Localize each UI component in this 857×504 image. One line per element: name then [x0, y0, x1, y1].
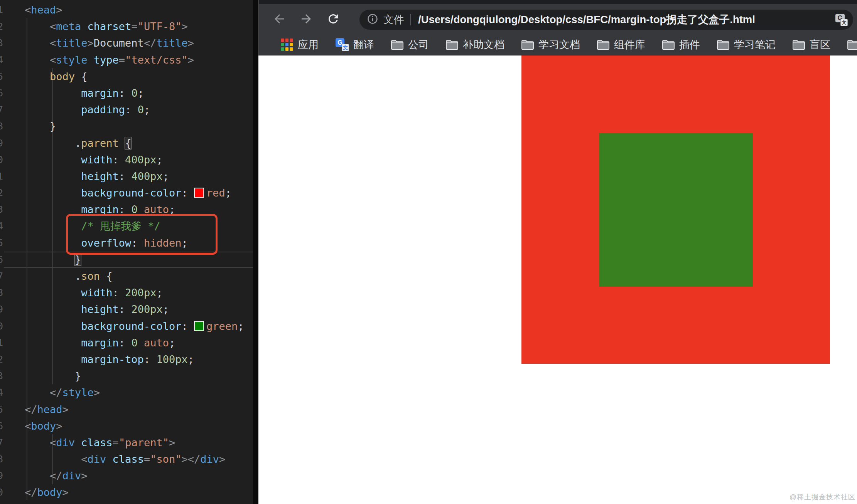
- bookmark-item-10[interactable]: 官网: [847, 38, 857, 52]
- code-line: <title>Document</title>: [25, 35, 244, 51]
- code-token: >: [88, 37, 94, 49]
- code-token: title: [156, 37, 187, 49]
- code-line: <style type="text/css">: [25, 52, 244, 68]
- bookmark-item-2[interactable]: G文翻译: [336, 38, 374, 52]
- code-token: style: [62, 386, 94, 398]
- code-editor[interactable]: 1234567891011121314151617181920212223242…: [0, 0, 253, 504]
- code-token: [25, 353, 81, 365]
- watermark: @稀土掘金技术社区: [790, 492, 855, 502]
- code-line: height: 200px;: [25, 301, 244, 318]
- gutter-line-number: 23: [0, 368, 3, 384]
- bookmark-label: 翻译: [353, 38, 374, 52]
- folder-icon: [662, 40, 675, 50]
- code-token: [25, 87, 81, 99]
- code-token: style: [56, 54, 87, 66]
- bookmark-item-1[interactable]: 应用: [281, 38, 319, 52]
- code-token: 0: [131, 337, 137, 349]
- back-button[interactable]: [271, 11, 288, 28]
- code-token: =: [144, 453, 150, 465]
- code-line: width: 400px;: [25, 151, 244, 168]
- window-divider: [253, 0, 258, 504]
- code-token: auto: [138, 337, 169, 349]
- bookmark-item-4[interactable]: 补助文档: [446, 38, 504, 52]
- code-token: <: [25, 4, 31, 16]
- bookmark-item-6[interactable]: 组件库: [597, 38, 645, 52]
- code-token: title: [56, 37, 87, 49]
- code-token: <: [25, 54, 56, 66]
- code-token: height: [81, 170, 119, 182]
- bookmark-item-9[interactable]: 盲区: [793, 38, 830, 52]
- code-token: </: [25, 386, 62, 398]
- code-token: ;: [138, 87, 144, 99]
- code-token: body: [37, 486, 62, 498]
- bookmark-item-8[interactable]: 学习笔记: [717, 38, 776, 52]
- code-token: green: [206, 320, 238, 332]
- gutter-line-number: 9: [0, 135, 3, 151]
- browser-window: 文件 /Users/dongqiulong/Desktop/css/BFC/ma…: [258, 0, 857, 504]
- forward-button[interactable]: [298, 11, 315, 28]
- bookmark-label: 学习文档: [538, 38, 580, 52]
- code-line: margin: 0;: [25, 85, 244, 101]
- code-token: .: [25, 270, 81, 282]
- code-token: [25, 170, 81, 182]
- code-token: :: [119, 170, 132, 182]
- translate-page-icon[interactable]: G 文: [835, 13, 848, 26]
- code-token: 0: [138, 104, 144, 116]
- info-icon[interactable]: [366, 13, 379, 27]
- code-token: 100px: [156, 353, 187, 365]
- address-bar[interactable]: 文件 /Users/dongqiulong/Desktop/css/BFC/ma…: [359, 10, 853, 30]
- code-token: ;: [238, 320, 244, 332]
- address-scheme-label: 文件: [383, 13, 404, 27]
- folder-icon: [521, 40, 534, 50]
- gutter-line-number: 14: [0, 218, 3, 234]
- bookmark-item-3[interactable]: 公司: [391, 38, 429, 52]
- code-token: :: [119, 303, 132, 315]
- code-token: >: [219, 453, 225, 465]
- gutter-line-number: 27: [0, 434, 3, 451]
- code-token: }: [25, 370, 81, 382]
- rendered-page: @稀土掘金技术社区: [258, 55, 857, 503]
- gutter-line-number: 18: [0, 284, 3, 301]
- reload-button[interactable]: [325, 11, 342, 28]
- color-swatch-icon: [194, 321, 204, 331]
- code-line: <div class="parent">: [25, 434, 244, 451]
- code-token: div: [62, 470, 81, 482]
- code-token: =: [119, 54, 125, 66]
- code-token: background-color: [81, 187, 181, 199]
- code-token: :: [113, 154, 125, 166]
- bookmark-item-5[interactable]: 学习文档: [521, 38, 580, 52]
- code-token: ;: [156, 154, 162, 166]
- code-line: <body>: [25, 418, 244, 434]
- gutter-line-number: 11: [0, 168, 3, 185]
- code-token: [88, 54, 94, 66]
- code-line: }: [25, 118, 244, 134]
- gutter-line-number: 2: [0, 18, 3, 35]
- folder-icon: [446, 40, 458, 50]
- code-token: :: [119, 337, 132, 349]
- code-line: margin: 0 auto;: [25, 334, 244, 351]
- code-token: </: [25, 470, 62, 482]
- code-line: <div class="son"></div>: [25, 451, 244, 467]
- browser-top-strip: [258, 0, 857, 4]
- gutter-line-number: 16: [0, 251, 3, 268]
- code-token: 400px: [131, 170, 162, 182]
- bookmark-item-7[interactable]: 插件: [662, 38, 700, 52]
- bookmark-label: 学习笔记: [734, 38, 776, 52]
- code-token: <: [25, 437, 56, 449]
- code-token: div: [200, 453, 219, 465]
- son-green-box: [599, 133, 753, 287]
- code-token: padding: [81, 104, 125, 116]
- code-token: {: [75, 71, 88, 82]
- gutter-line-number: 28: [0, 451, 3, 467]
- folder-icon: [597, 40, 609, 50]
- screenshot-root: { "editor": { "syntax_colors": { "tag": …: [0, 0, 857, 504]
- code-token: :: [181, 320, 194, 332]
- code-token: "parent": [119, 437, 169, 449]
- folder-icon: [391, 40, 403, 50]
- folder-icon: [717, 40, 729, 50]
- code-token: [25, 154, 81, 166]
- code-token: =: [131, 20, 137, 32]
- code-token: {: [100, 270, 113, 282]
- bookmark-label: 补助文档: [463, 38, 504, 52]
- code-token: ></: [181, 453, 200, 465]
